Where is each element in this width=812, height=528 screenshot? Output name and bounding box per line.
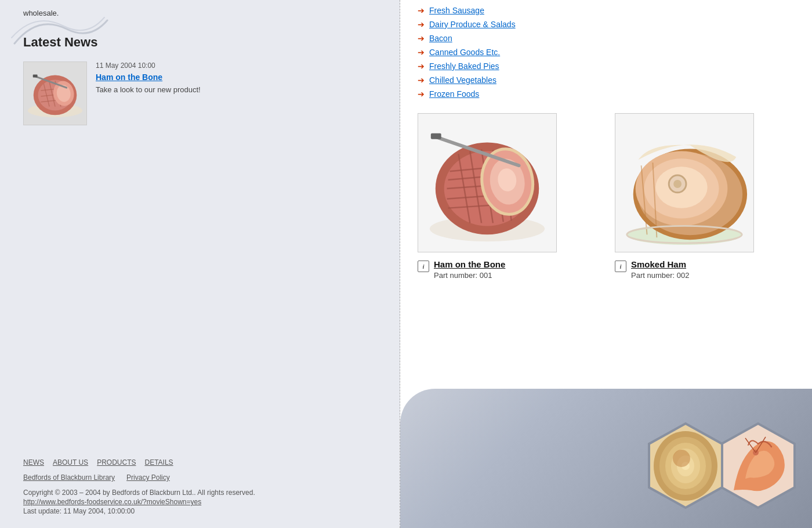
nav-list-item-dairy: ➔ Dairy Produce & Salads <box>418 20 795 29</box>
nav-link-dairy[interactable]: Dairy Produce & Salads <box>429 20 516 29</box>
footer-privacy-link[interactable]: Privacy Policy <box>126 473 170 482</box>
product-info-1: i Ham on the Bone Part number: 001 <box>418 259 597 280</box>
nav-arrow-icon-7: ➔ <box>418 89 425 99</box>
product-card-2: i Smoked Ham Part number: 002 <box>615 113 795 280</box>
nav-link-frozen[interactable]: Frozen Foods <box>429 89 479 99</box>
nav-arrow-icon: ➔ <box>418 6 425 15</box>
nav-arrow-icon-3: ➔ <box>418 34 425 43</box>
nav-arrow-icon-4: ➔ <box>418 48 425 57</box>
footer-nav-news[interactable]: NEWS <box>23 458 44 466</box>
nav-list-item-bacon: ➔ Bacon <box>418 34 795 43</box>
product-part-2: Part number: 002 <box>631 271 689 280</box>
footer-nav-about[interactable]: ABOUT US <box>53 458 88 466</box>
news-item: 11 May 2004 10:00 Ham on the Bone Take a… <box>23 62 376 125</box>
footer-nav-products[interactable]: PRODUCTS <box>97 458 136 466</box>
swirl-decoration-icon <box>9 9 113 49</box>
nav-list-item-frozen: ➔ Frozen Foods <box>418 89 795 99</box>
bottom-decoration <box>400 389 812 528</box>
news-description: Take a look to our new product! <box>96 85 376 94</box>
nav-arrow-icon-6: ➔ <box>418 75 425 85</box>
svg-point-53 <box>673 450 690 467</box>
nav-link-pies[interactable]: Freshly Baked Pies <box>429 62 499 71</box>
nav-arrow-icon-2: ➔ <box>418 20 425 29</box>
nav-list-item-pies: ➔ Freshly Baked Pies <box>418 62 795 71</box>
product-card-1: i Ham on the Bone Part number: 001 <box>418 113 597 280</box>
svg-rect-32 <box>431 133 441 139</box>
footer-nav: NEWS ABOUT US PRODUCTS DETAILS <box>23 458 376 466</box>
product-name-2[interactable]: Smoked Ham <box>631 259 689 269</box>
hex-image-2 <box>716 421 800 516</box>
svg-rect-13 <box>33 75 38 78</box>
product-image-2 <box>615 113 754 252</box>
footer-url-link[interactable]: http://www.bedfords-foodservice.co.uk/?m… <box>23 498 376 506</box>
right-panel: ➔ Fresh Sausage ➔ Dairy Produce & Salads… <box>400 0 812 528</box>
product-part-1: Part number: 001 <box>434 271 492 280</box>
info-icon-1: i <box>418 261 429 272</box>
footer-library-link[interactable]: Bedfords of Blackburn Library <box>23 473 115 482</box>
hex-image-1 <box>644 421 728 516</box>
nav-list-item-fresh-sausage: ➔ Fresh Sausage <box>418 6 795 15</box>
news-content: 11 May 2004 10:00 Ham on the Bone Take a… <box>96 62 376 94</box>
footer: NEWS ABOUT US PRODUCTS DETAILS Bedfords … <box>0 447 400 528</box>
footer-copyright: Copyright © 2003 – 2004 by Bedfords of B… <box>23 487 376 498</box>
nav-list-item-canned: ➔ Canned Goods Etc. <box>418 48 795 57</box>
info-icon-2: i <box>615 261 626 272</box>
news-thumbnail <box>23 62 87 125</box>
hex-container <box>644 421 800 516</box>
nav-list-item-chilled: ➔ Chilled Vegetables <box>418 75 795 85</box>
product-image-1 <box>418 113 557 252</box>
product-name-1[interactable]: Ham on the Bone <box>434 259 505 269</box>
footer-last-update: Last update: 11 May 2004, 10:00:00 <box>23 506 376 516</box>
nav-link-chilled[interactable]: Chilled Vegetables <box>429 75 496 85</box>
news-date: 11 May 2004 10:00 <box>96 62 376 70</box>
page-wrapper: wholesale. Latest News <box>0 0 812 528</box>
svg-point-40 <box>673 180 682 188</box>
nav-link-bacon[interactable]: Bacon <box>429 34 452 43</box>
nav-link-fresh-sausage[interactable]: Fresh Sausage <box>429 6 484 15</box>
footer-links: Bedfords of Blackburn Library Privacy Po… <box>23 473 376 482</box>
products-grid: i Ham on the Bone Part number: 001 <box>418 113 795 280</box>
nav-link-canned[interactable]: Canned Goods Etc. <box>429 48 500 57</box>
footer-nav-details[interactable]: DETAILS <box>144 458 173 466</box>
left-panel: wholesale. Latest News <box>0 0 400 528</box>
nav-list: ➔ Fresh Sausage ➔ Dairy Produce & Salads… <box>418 6 795 99</box>
product-info-2: i Smoked Ham Part number: 002 <box>615 259 795 280</box>
nav-arrow-icon-5: ➔ <box>418 62 425 71</box>
news-title-link[interactable]: Ham on the Bone <box>96 73 376 82</box>
